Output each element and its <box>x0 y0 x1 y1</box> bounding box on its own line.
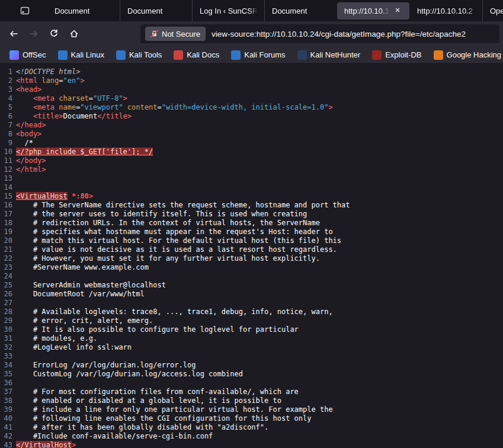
line-number: 29 <box>0 316 16 325</box>
bookmark-label: Kali Docs <box>187 50 219 60</box>
source-line: 14 <box>0 183 503 192</box>
line-content: <title>Document</title> <box>16 112 132 121</box>
tab-strip: DocumentDocumentLog In ‹ SunCSRDocumenth… <box>47 0 503 21</box>
line-number: 12 <box>0 165 16 174</box>
home-icon <box>69 29 79 39</box>
line-content: # after it has been globally disabled wi… <box>16 423 268 432</box>
line-number: 16 <box>0 201 16 210</box>
bookmarks-bar: OffSecKali LinuxKali ToolsKali DocsKali … <box>0 46 503 64</box>
source-line: 32 #LogLevel info ssl:warn <box>0 343 503 352</box>
line-number: 24 <box>0 272 16 281</box>
source-line: 11</body> <box>0 156 503 165</box>
source-line: 2<html lang="en"> <box>0 76 503 85</box>
security-chip[interactable]: Not Secure <box>145 27 206 41</box>
line-content: # error, crit, alert, emerg. <box>16 316 153 325</box>
source-line: 23 #ServerName www.example.com <box>0 263 503 272</box>
source-line: 16 # The ServerName directive sets the r… <box>0 201 503 210</box>
tab-close-icon[interactable]: × <box>393 6 402 15</box>
bookmark-label: Kali Forums <box>244 50 285 60</box>
bookmark-item[interactable]: Exploit-DB <box>367 49 426 62</box>
source-line: 22 # However, you must set it for any fu… <box>0 254 503 263</box>
line-content: ServerAdmin webmaster@localhost <box>16 281 166 290</box>
kali-tools-icon <box>116 50 126 60</box>
line-content: <!DOCTYPE html> <box>16 68 80 76</box>
tab-title: Document <box>127 7 185 15</box>
line-number: 17 <box>0 210 16 219</box>
line-number: 35 <box>0 370 16 379</box>
bookmark-item[interactable]: Google Hacking DB <box>429 49 503 62</box>
exploit-db-icon <box>372 50 382 60</box>
source-line: 5 <meta name="viewport" content="width=d… <box>0 103 503 112</box>
reload-button[interactable] <box>44 25 64 43</box>
line-content: <VirtualHost *:80> <box>16 192 93 201</box>
source-line: 13 <box>0 174 503 183</box>
line-content: CustomLog /var/log/durian.log/access.log… <box>16 370 243 379</box>
bookmark-item[interactable]: Kali Tools <box>111 49 166 62</box>
bookmark-item[interactable]: Kali Forums <box>226 49 290 62</box>
browser-tab[interactable]: Document <box>47 0 120 21</box>
line-content: <meta charset="UTF-8"> <box>16 94 127 103</box>
google-hacking-db-icon <box>434 50 443 60</box>
source-line: 9 /* <box>0 139 503 148</box>
source-line: 39 # include a line for only one particu… <box>0 405 503 414</box>
line-number: 36 <box>0 379 16 388</box>
bookmark-item[interactable]: Kali Docs <box>169 49 224 62</box>
browser-tab[interactable]: Document <box>120 0 192 21</box>
source-line: 21 # value is not decisive as it is used… <box>0 245 503 254</box>
line-number: 2 <box>0 76 16 85</box>
url-bar[interactable]: Not Secure view-source:http://10.10.10.2… <box>140 24 499 43</box>
insecure-lock-icon <box>150 30 158 38</box>
line-number: 32 <box>0 343 16 352</box>
line-content: </?php include $_GET['file']; */ <box>16 148 153 156</box>
source-line: 43</VirtualHost> <box>0 441 503 448</box>
line-number: 15 <box>0 192 16 201</box>
line-number: 33 <box>0 352 16 361</box>
browser-tab[interactable]: Document <box>264 0 337 21</box>
browser-tab[interactable]: Ope <box>482 0 503 21</box>
source-view[interactable]: 1<!DOCTYPE html>2<html lang="en">3<head>… <box>0 64 503 448</box>
line-content: # For most configuration files from conf… <box>16 388 299 396</box>
line-number: 38 <box>0 396 16 405</box>
browser-tab[interactable]: http://10.10.10.2 <box>410 0 482 21</box>
line-number: 26 <box>0 290 16 299</box>
back-arrow-icon <box>9 29 18 39</box>
home-button[interactable] <box>64 25 84 43</box>
source-line: 8<body> <box>0 130 503 139</box>
navigation-toolbar: Not Secure view-source:http://10.10.10.2… <box>0 21 503 46</box>
firefox-view-button[interactable] <box>19 5 31 17</box>
source-line: 28 # Available loglevels: trace8, ..., t… <box>0 308 503 316</box>
line-number: 31 <box>0 334 16 343</box>
line-number: 22 <box>0 254 16 263</box>
line-number: 7 <box>0 121 16 130</box>
bookmark-item[interactable]: Kali Linux <box>53 49 109 62</box>
source-line: 3<head> <box>0 85 503 94</box>
source-line: 19 # specifies what hostname must appear… <box>0 228 503 236</box>
line-content: # redirection URLs. In the context of vi… <box>16 219 320 228</box>
offsec-icon <box>9 50 19 60</box>
source-line: 33 <box>0 352 503 361</box>
line-number: 40 <box>0 414 16 423</box>
back-button[interactable] <box>4 25 24 43</box>
bookmark-label: Exploit-DB <box>385 50 421 60</box>
line-number: 9 <box>0 139 16 148</box>
browser-tab[interactable]: Log In ‹ SunCSR <box>192 0 264 21</box>
line-number: 19 <box>0 228 16 236</box>
line-content: <meta name="viewport" content="width=dev… <box>16 103 333 112</box>
line-number: 6 <box>0 112 16 121</box>
line-content: </head> <box>16 121 46 130</box>
forward-button[interactable] <box>24 25 44 43</box>
bookmark-item[interactable]: Kali NetHunter <box>293 49 366 62</box>
bookmark-label: Google Hacking DB <box>447 50 503 60</box>
security-label: Not Secure <box>162 30 200 39</box>
line-number: 13 <box>0 174 16 183</box>
bookmark-item[interactable]: OffSec <box>5 49 51 62</box>
kali-docs-icon <box>174 50 183 60</box>
line-content: # include a line for only one particular… <box>16 405 333 414</box>
source-line: 36 <box>0 379 503 388</box>
line-content: # However, you must set it for any furth… <box>16 254 320 263</box>
source-line: 6 <title>Document</title> <box>0 112 503 121</box>
tab-title: http://10.10.10.2 <box>417 7 475 15</box>
browser-tab[interactable]: http://10.10.1× <box>337 2 409 20</box>
line-content: # specifies what hostname must appear in… <box>16 228 333 236</box>
line-content: # modules, e.g. <box>16 334 97 343</box>
